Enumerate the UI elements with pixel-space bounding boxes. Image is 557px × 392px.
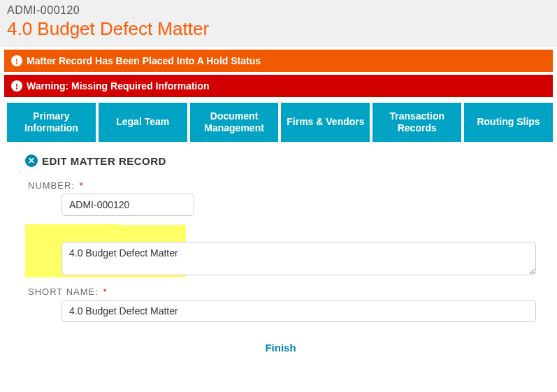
field-short-name: SHORT NAME: * xyxy=(25,286,536,322)
number-label: NUMBER: * xyxy=(25,180,84,191)
tab-primary-information[interactable]: Primary Information xyxy=(7,103,96,142)
alert-hold-text: Matter Record Has Been Placed Into A Hol… xyxy=(27,55,261,66)
field-formal-name: FORMAL NAME: * 4.0 Budget Defect Matter xyxy=(25,224,536,277)
short-name-label-text: SHORT NAME: xyxy=(28,286,99,297)
tab-routing-slips[interactable]: Routing Slips xyxy=(464,103,553,142)
short-name-label: SHORT NAME: * xyxy=(25,286,108,297)
close-icon[interactable]: ✕ xyxy=(25,154,38,167)
finish-button[interactable]: Finish xyxy=(265,342,296,354)
field-number: NUMBER: * xyxy=(25,180,536,216)
tab-document-management[interactable]: Document Management xyxy=(190,103,279,142)
alert-hold-status: ! Matter Record Has Been Placed Into A H… xyxy=(4,50,553,72)
section-title: EDIT MATTER RECORD xyxy=(42,155,166,167)
tab-legal-team[interactable]: Legal Team xyxy=(99,103,187,142)
exclamation-icon: ! xyxy=(11,55,22,66)
alert-missing-info: ! Warning: Missing Required Information xyxy=(4,75,553,97)
section-header: ✕ EDIT MATTER RECORD xyxy=(25,154,536,167)
alert-missing-text: Warning: Missing Required Information xyxy=(27,80,210,92)
page-header: ADMI-000120 4.0 Budget Defect Matter xyxy=(0,0,557,47)
tab-bar: Primary Information Legal Team Document … xyxy=(0,100,557,142)
form-content: ✕ EDIT MATTER RECORD NUMBER: * FORMAL NA… xyxy=(0,142,557,368)
matter-number: ADMI-000120 xyxy=(7,4,550,17)
required-mark: * xyxy=(103,286,107,297)
tab-transaction-records[interactable]: Transaction Records xyxy=(372,103,461,142)
formal-name-input[interactable]: 4.0 Budget Defect Matter xyxy=(62,242,536,275)
short-name-input[interactable] xyxy=(62,300,536,322)
required-mark: * xyxy=(80,180,84,191)
exclamation-icon: ! xyxy=(11,80,22,92)
tab-firms-vendors[interactable]: Firms & Vendors xyxy=(281,103,370,142)
number-input[interactable] xyxy=(62,194,194,216)
number-label-text: NUMBER: xyxy=(28,180,75,191)
matter-title: 4.0 Budget Defect Matter xyxy=(7,18,550,40)
finish-row: Finish xyxy=(25,342,536,354)
